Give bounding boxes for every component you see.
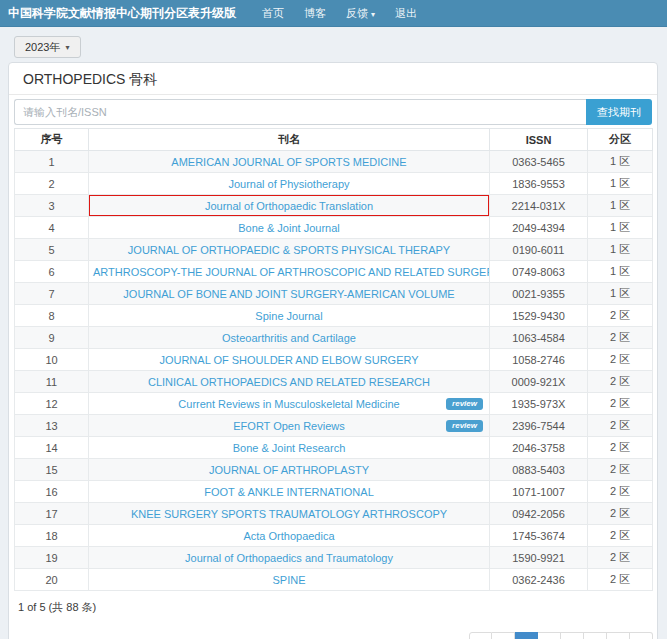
journal-link[interactable]: KNEE SURGERY SPORTS TRAUMATOLOGY ARTHROS… [131, 508, 447, 520]
table-row: 14 Bone & Joint Research 2046-3758 2 区 [15, 437, 653, 459]
journal-name-cell: KNEE SURGERY SPORTS TRAUMATOLOGY ARTHROS… [89, 503, 490, 525]
nav-item-home[interactable]: 首页 [262, 6, 284, 21]
journal-name-cell: ARTHROSCOPY-THE JOURNAL OF ARTHROSCOPIC … [89, 261, 490, 283]
journal-link[interactable]: Journal of Orthopaedic Translation [205, 200, 373, 212]
row-issn: 2214-031X [490, 195, 588, 217]
page-button-active[interactable]: 1 [515, 632, 538, 639]
page-button[interactable]: 3 [561, 632, 584, 639]
page-button[interactable]: « [469, 632, 492, 639]
row-issn: 1745-3674 [490, 525, 588, 547]
row-issn: 1058-2746 [490, 349, 588, 371]
row-division: 2 区 [588, 569, 653, 591]
row-index: 11 [15, 371, 89, 393]
table-row: 6 ARTHROSCOPY-THE JOURNAL OF ARTHROSCOPI… [15, 261, 653, 283]
top-navbar: 中国科学院文献情报中心期刊分区表升级版 首页 博客 反馈▾ 退出 [0, 0, 667, 27]
table-row: 5 JOURNAL OF ORTHOPAEDIC & SPORTS PHYSIC… [15, 239, 653, 261]
row-issn: 0362-2436 [490, 569, 588, 591]
row-index: 3 [15, 195, 89, 217]
row-issn: 1063-4584 [490, 327, 588, 349]
table-row: 3 Journal of Orthopaedic Translation 221… [15, 195, 653, 217]
row-division: 2 区 [588, 393, 653, 415]
page-button[interactable]: 4 [584, 632, 607, 639]
journal-link[interactable]: CLINICAL ORTHOPAEDICS AND RELATED RESEAR… [148, 376, 430, 388]
journal-name-cell: Journal of Orthopaedic Translation [89, 195, 490, 217]
journal-table-body: 1 AMERICAN JOURNAL OF SPORTS MEDICINE 03… [15, 151, 653, 591]
nav-item-feedback-label: 反馈 [346, 7, 368, 19]
journal-name-cell: FOOT & ANKLE INTERNATIONAL [89, 481, 490, 503]
row-division: 2 区 [588, 459, 653, 481]
year-dropdown-button[interactable]: 2023年 ▾ [14, 36, 81, 58]
table-row: 10 JOURNAL OF SHOULDER AND ELBOW SURGERY… [15, 349, 653, 371]
journal-name-cell: Spine Journal [89, 305, 490, 327]
journal-link[interactable]: Spine Journal [255, 310, 322, 322]
row-issn: 1529-9430 [490, 305, 588, 327]
journal-name-cell: EFORT Open Reviews review [89, 415, 490, 437]
header-journal-name: 刊名 [89, 129, 490, 151]
search-input[interactable] [14, 99, 586, 125]
row-division: 2 区 [588, 437, 653, 459]
row-index: 4 [15, 217, 89, 239]
row-index: 17 [15, 503, 89, 525]
row-index: 14 [15, 437, 89, 459]
journal-link[interactable]: Bone & Joint Journal [238, 222, 340, 234]
row-index: 13 [15, 415, 89, 437]
header-index: 序号 [15, 129, 89, 151]
journal-link[interactable]: EFORT Open Reviews [233, 420, 344, 432]
page-button[interactable]: › [630, 632, 653, 639]
page-button[interactable]: 5 [607, 632, 630, 639]
search-button[interactable]: 查找期刊 [586, 99, 652, 125]
row-issn: 1836-9553 [490, 173, 588, 195]
journal-name-cell: Journal of Orthopaedics and Traumatology [89, 547, 490, 569]
row-division: 1 区 [588, 195, 653, 217]
journal-link[interactable]: JOURNAL OF ARTHROPLASTY [209, 464, 369, 476]
journal-link[interactable]: ARTHROSCOPY-THE JOURNAL OF ARTHROSCOPIC … [93, 266, 490, 278]
page-button[interactable]: 2 [538, 632, 561, 639]
row-division: 1 区 [588, 261, 653, 283]
journal-link[interactable]: Osteoarthritis and Cartilage [222, 332, 356, 344]
journal-link[interactable]: AMERICAN JOURNAL OF SPORTS MEDICINE [171, 156, 406, 168]
journal-link[interactable]: Acta Orthopaedica [243, 530, 334, 542]
row-division: 2 区 [588, 503, 653, 525]
section-title: ORTHOPEDICS 骨科 [9, 63, 657, 95]
site-title[interactable]: 中国科学院文献情报中心期刊分区表升级版 [8, 5, 236, 22]
row-division: 2 区 [588, 481, 653, 503]
table-row: 12 Current Reviews in Musculoskeletal Me… [15, 393, 653, 415]
journal-name-cell: CLINICAL ORTHOPAEDICS AND RELATED RESEAR… [89, 371, 490, 393]
journal-link[interactable]: JOURNAL OF BONE AND JOINT SURGERY-AMERIC… [123, 288, 454, 300]
row-division: 2 区 [588, 415, 653, 437]
journal-link[interactable]: SPINE [272, 574, 305, 586]
nav-item-logout[interactable]: 退出 [395, 6, 417, 21]
table-row: 20 SPINE 0362-2436 2 区 [15, 569, 653, 591]
journal-name-cell: JOURNAL OF ARTHROPLASTY [89, 459, 490, 481]
row-index: 1 [15, 151, 89, 173]
table-row: 11 CLINICAL ORTHOPAEDICS AND RELATED RES… [15, 371, 653, 393]
row-index: 20 [15, 569, 89, 591]
journal-name-cell: JOURNAL OF SHOULDER AND ELBOW SURGERY [89, 349, 490, 371]
row-division: 2 区 [588, 349, 653, 371]
row-index: 12 [15, 393, 89, 415]
journal-name-cell: Osteoarthritis and Cartilage [89, 327, 490, 349]
journal-panel: ORTHOPEDICS 骨科 查找期刊 序号 刊名 ISSN 分区 1 AMER… [8, 62, 658, 639]
journal-name-cell: JOURNAL OF ORTHOPAEDIC & SPORTS PHYSICAL… [89, 239, 490, 261]
journal-link[interactable]: JOURNAL OF SHOULDER AND ELBOW SURGERY [159, 354, 418, 366]
page-button[interactable]: ‹ [492, 632, 515, 639]
table-header: 序号 刊名 ISSN 分区 [15, 129, 653, 151]
table-row: 9 Osteoarthritis and Cartilage 1063-4584… [15, 327, 653, 349]
row-issn: 0942-2056 [490, 503, 588, 525]
journal-link[interactable]: Journal of Physiotherapy [228, 178, 349, 190]
table-row: 18 Acta Orthopaedica 1745-3674 2 区 [15, 525, 653, 547]
journal-link[interactable]: JOURNAL OF ORTHOPAEDIC & SPORTS PHYSICAL… [128, 244, 450, 256]
nav-item-blog[interactable]: 博客 [304, 6, 326, 21]
table-row: 15 JOURNAL OF ARTHROPLASTY 0883-5403 2 区 [15, 459, 653, 481]
journal-link[interactable]: Bone & Joint Research [233, 442, 346, 454]
journal-link[interactable]: Journal of Orthopaedics and Traumatology [185, 552, 393, 564]
table-row: 2 Journal of Physiotherapy 1836-9553 1 区 [15, 173, 653, 195]
row-index: 19 [15, 547, 89, 569]
nav-item-feedback[interactable]: 反馈▾ [346, 6, 375, 21]
table-row: 4 Bone & Joint Journal 2049-4394 1 区 [15, 217, 653, 239]
journal-link[interactable]: Current Reviews in Musculoskeletal Medic… [178, 398, 399, 410]
journal-link[interactable]: FOOT & ANKLE INTERNATIONAL [204, 486, 374, 498]
row-index: 16 [15, 481, 89, 503]
row-division: 1 区 [588, 239, 653, 261]
row-issn: 1935-973X [490, 393, 588, 415]
